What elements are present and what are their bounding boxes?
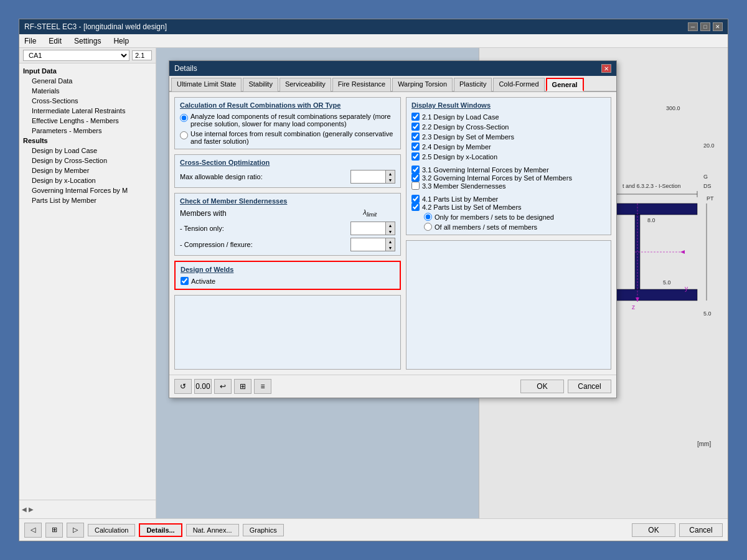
- compression-down[interactable]: ▼: [386, 245, 395, 251]
- sidebar-item-design-load[interactable]: Design by Load Case: [19, 146, 156, 156]
- sidebar-item-parameters[interactable]: Parameters - Members: [19, 126, 156, 136]
- tab-ultimate-limit-state[interactable]: Ultimate Limit State: [171, 78, 242, 91]
- sidebar-item-general-data[interactable]: General Data: [19, 76, 156, 86]
- bottom-cancel-btn[interactable]: Cancel: [679, 523, 723, 537]
- check-3-1-label[interactable]: 3.1 Governing Internal Forces by Member: [411, 166, 606, 174]
- check-3-2[interactable]: [411, 174, 420, 182]
- sidebar-item-design-xloc[interactable]: Design by x-Location: [19, 175, 156, 185]
- check-2-1[interactable]: [411, 113, 420, 121]
- menu-edit[interactable]: Edit: [46, 35, 64, 47]
- sub-radio-all[interactable]: [424, 223, 432, 231]
- tab-serviceability[interactable]: Serviceability: [280, 78, 331, 91]
- compression-up[interactable]: ▲: [386, 238, 395, 245]
- minimize-btn[interactable]: ─: [688, 22, 698, 31]
- menu-file[interactable]: File: [22, 35, 39, 47]
- toolbar-icon-2[interactable]: ⊞: [45, 523, 63, 538]
- graphics-btn[interactable]: Graphics: [243, 524, 284, 536]
- check-3-3-label[interactable]: 3.3 Member Slendernesses: [411, 182, 606, 190]
- check-2-2-label[interactable]: 2.2 Design by Cross-Section: [411, 123, 606, 131]
- tree-section-results: Results: [19, 136, 156, 146]
- menu-settings[interactable]: Settings: [72, 35, 103, 47]
- footer-icon-grid[interactable]: ⊞: [234, 379, 251, 394]
- sidebar-item-parts-list[interactable]: Parts List by Member: [19, 195, 156, 205]
- check-2-4[interactable]: [411, 142, 420, 151]
- radio-analyze[interactable]: [180, 114, 188, 122]
- toolbar-icon-3[interactable]: ▷: [67, 523, 84, 538]
- sidebar-num-input[interactable]: [132, 50, 152, 60]
- max-ratio-down[interactable]: ▼: [386, 177, 395, 183]
- toolbar-icon-1[interactable]: ◁: [24, 523, 42, 538]
- dialog-ok-btn[interactable]: OK: [520, 380, 564, 393]
- check-4-2[interactable]: [411, 203, 420, 211]
- check-2-1-label[interactable]: 2.1 Design by Load Case: [411, 113, 606, 121]
- check-2-3-label[interactable]: 2.3 Design by Set of Members: [411, 133, 606, 141]
- check-2-2[interactable]: [411, 123, 420, 131]
- dialog-close-btn[interactable]: ✕: [601, 64, 611, 73]
- check-4-1-text: 4.1 Parts List by Member: [422, 195, 498, 203]
- calc-combinations-section: Calculation of Result Combinations with …: [174, 97, 401, 149]
- footer-icon-undo[interactable]: ↩: [214, 379, 232, 394]
- maximize-btn[interactable]: □: [700, 22, 710, 31]
- sidebar-item-design-cross[interactable]: Design by Cross-Section: [19, 156, 156, 166]
- check-3-1[interactable]: [411, 166, 420, 174]
- ca-dropdown[interactable]: CA1: [23, 50, 129, 61]
- footer-icon-zero[interactable]: 0.00: [194, 379, 212, 394]
- menu-help[interactable]: Help: [111, 35, 131, 47]
- check-2-4-label[interactable]: 2.4 Design by Member: [411, 142, 606, 151]
- close-btn[interactable]: ✕: [713, 22, 723, 31]
- check-2-5-label[interactable]: 2.5 Design by x-Location: [411, 152, 606, 161]
- check-3-2-text: 3.2 Governing Internal Forces by Set of …: [422, 174, 572, 182]
- sub-radio-all-label[interactable]: Of all members / sets of members: [424, 223, 606, 231]
- check-3-2-label[interactable]: 3.2 Governing Internal Forces by Set of …: [411, 174, 606, 182]
- radio-internal-text: Use internal forces from result combinat…: [190, 130, 395, 145]
- sub-radio-all-text: Of all members / sets of members: [435, 223, 537, 231]
- calculation-btn[interactable]: Calculation: [88, 524, 135, 536]
- tension-input[interactable]: 300 ▲ ▼: [350, 222, 395, 235]
- activate-checkbox[interactable]: [181, 277, 189, 285]
- max-ratio-up[interactable]: ▲: [386, 170, 395, 177]
- compression-field[interactable]: 200: [351, 240, 385, 249]
- radio-internal[interactable]: [180, 131, 188, 139]
- tension-down[interactable]: ▼: [386, 228, 395, 235]
- tension-label: - Tension only:: [180, 225, 347, 232]
- check-4-2-label[interactable]: 4.2 Parts List by Set of Members: [411, 203, 606, 211]
- check-4-1[interactable]: [411, 195, 420, 203]
- tension-field[interactable]: 300: [351, 224, 385, 233]
- tension-up[interactable]: ▲: [386, 222, 395, 228]
- app-title: RF-STEEL EC3 - [longitudinal weld design…: [24, 22, 167, 31]
- sub-radio-only[interactable]: [424, 213, 432, 221]
- tab-cold-formed[interactable]: Cold-Formed: [493, 78, 544, 91]
- footer-icon-reset[interactable]: ↺: [174, 379, 192, 394]
- max-ratio-field[interactable]: 1.000: [351, 172, 385, 181]
- sidebar-item-governing[interactable]: Governing Internal Forces by M: [19, 185, 156, 195]
- tab-warping-torsion[interactable]: Warping Torsion: [392, 78, 453, 91]
- radio-analyze-label[interactable]: Analyze load components of result combin…: [180, 113, 395, 128]
- compression-input[interactable]: 200 ▲ ▼: [350, 238, 395, 251]
- tab-fire-resistance[interactable]: Fire Resistance: [332, 78, 391, 91]
- sub-radio-only-label[interactable]: Only for members / sets to be designed: [424, 213, 606, 221]
- check-2-4-text: 2.4 Design by Member: [422, 143, 491, 151]
- bottom-ok-btn[interactable]: OK: [632, 523, 675, 537]
- check-2-3-text: 2.3 Design by Set of Members: [422, 133, 514, 141]
- nat-annex-btn[interactable]: Nat. Annex...: [186, 524, 239, 536]
- sidebar-item-cross-sections[interactable]: Cross-Sections: [19, 96, 156, 106]
- sidebar-item-materials[interactable]: Materials: [19, 86, 156, 96]
- dialog-cancel-btn[interactable]: Cancel: [568, 380, 611, 393]
- footer-icon-list[interactable]: ≡: [254, 379, 271, 394]
- check-3-3[interactable]: [411, 182, 420, 190]
- footer-buttons: OK Cancel: [520, 380, 611, 393]
- check-4-1-label[interactable]: 4.1 Parts List by Member: [411, 195, 606, 203]
- tab-general[interactable]: General: [546, 78, 584, 91]
- sidebar-item-lateral-restraints[interactable]: Intermediate Lateral Restraints: [19, 106, 156, 116]
- check-2-3[interactable]: [411, 133, 420, 141]
- tab-stability[interactable]: Stability: [243, 78, 278, 91]
- tab-plasticity[interactable]: Plasticity: [454, 78, 492, 91]
- sidebar-item-design-member[interactable]: Design by Member: [19, 166, 156, 175]
- members-with-label: Members with: [180, 209, 227, 218]
- check-2-5[interactable]: [411, 152, 420, 161]
- details-btn[interactable]: Details...: [139, 523, 182, 537]
- max-ratio-input[interactable]: 1.000 ▲ ▼: [350, 170, 395, 184]
- radio-internal-label[interactable]: Use internal forces from result combinat…: [180, 130, 395, 145]
- sidebar-item-effective-lengths[interactable]: Effective Lengths - Members: [19, 116, 156, 126]
- activate-label[interactable]: Activate: [181, 277, 395, 285]
